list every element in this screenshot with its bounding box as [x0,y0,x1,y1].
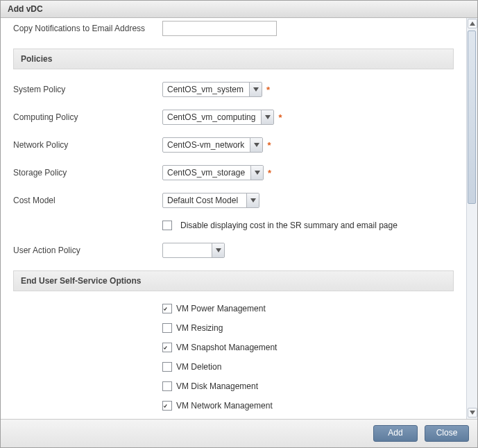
svg-marker-2 [254,143,259,147]
storage-policy-row: Storage Policy CentOS_vm_storage * [13,165,454,180]
storage-policy-select[interactable]: CentOS_vm_storage [162,165,264,180]
svg-marker-4 [250,198,256,203]
copy-email-label: Copy Notifications to Email Address [13,24,162,33]
add-vdc-dialog: Add vDC Copy Notifications to Email Addr… [0,0,478,448]
dropdown-icon [261,110,273,124]
vm-deletion-checkbox[interactable] [162,362,172,372]
disable-cost-checkbox[interactable] [162,221,172,230]
vm-resizing-checkbox[interactable] [162,323,172,333]
dropdown-icon [249,83,262,96]
computing-policy-select[interactable]: CentOS_vm_computing [162,110,274,125]
svg-marker-5 [216,248,221,252]
self-service-options: VM Power Management VM Resizing VM Snaps… [13,304,454,419]
required-marker: * [266,85,270,95]
system-policy-row: System Policy CentOS_vm_system * [13,82,454,97]
storage-policy-value: CentOS_vm_storage [163,166,250,180]
vm-snapshot-label: VM Snapshot Management [176,343,277,352]
scrollbar[interactable] [466,18,477,419]
vm-power-label: VM Power Management [176,304,266,313]
user-action-value [163,243,212,257]
vm-deletion-label: VM Deletion [176,362,221,372]
vm-network-label: VM Network Management [176,401,273,411]
svg-marker-3 [255,171,260,175]
system-policy-label: System Policy [13,85,162,94]
svg-marker-7 [470,21,475,26]
scroll-up-icon[interactable] [468,19,477,28]
dropdown-icon [250,166,263,180]
dialog-footer: Add Close [1,419,477,447]
system-policy-select[interactable]: CentOS_vm_system [162,82,262,97]
copy-email-input[interactable] [162,21,277,36]
disable-cost-label: Disable displaying cost in the SR summar… [180,221,398,230]
user-action-label: User Action Policy [13,245,162,255]
cost-model-value: Default Cost Model [163,193,246,207]
network-policy-row: Network Policy CentOS-vm_network * [13,137,454,153]
dropdown-icon [212,243,224,257]
dialog-body: Copy Notifications to Email Address Poli… [1,18,477,419]
computing-policy-value: CentOS_vm_computing [163,110,261,124]
cost-model-label: Cost Model [13,196,162,205]
copy-email-row: Copy Notifications to Email Address [13,21,454,36]
policies-header: Policies [13,49,454,69]
dropdown-icon [250,138,262,152]
scroll-thumb[interactable] [468,31,476,204]
user-action-select[interactable] [162,243,225,258]
required-marker: * [278,112,282,123]
required-marker: * [268,168,271,178]
vm-power-checkbox[interactable] [162,304,172,313]
svg-marker-0 [253,87,259,92]
svg-marker-1 [265,115,271,119]
cost-model-select[interactable]: Default Cost Model [162,193,259,208]
vm-disk-label: VM Disk Management [176,381,258,391]
vm-snapshot-checkbox[interactable] [162,343,172,352]
dialog-title: Add vDC [1,1,477,18]
vm-network-checkbox[interactable] [162,401,172,411]
svg-marker-8 [470,411,475,415]
scroll-down-icon[interactable] [468,408,477,417]
self-service-header: End User Self-Service Options [13,270,454,291]
storage-policy-label: Storage Policy [13,168,162,178]
disable-cost-row: Disable displaying cost in the SR summar… [13,221,454,230]
vm-disk-checkbox[interactable] [162,381,172,391]
computing-policy-label: Computing Policy [13,112,162,122]
add-button[interactable]: Add [373,425,418,442]
computing-policy-row: Computing Policy CentOS_vm_computing * [13,110,454,125]
user-action-row: User Action Policy [13,243,454,258]
vm-resizing-label: VM Resizing [176,323,223,333]
required-marker: * [267,140,271,150]
system-policy-value: CentOS_vm_system [163,83,249,96]
close-button[interactable]: Close [425,425,469,442]
network-policy-value: CentOS-vm_network [163,138,250,152]
dropdown-icon [246,193,259,207]
network-policy-select[interactable]: CentOS-vm_network [162,137,263,153]
cost-model-row: Cost Model Default Cost Model [13,193,454,208]
dialog-content: Copy Notifications to Email Address Poli… [1,18,466,419]
network-policy-label: Network Policy [13,140,162,150]
